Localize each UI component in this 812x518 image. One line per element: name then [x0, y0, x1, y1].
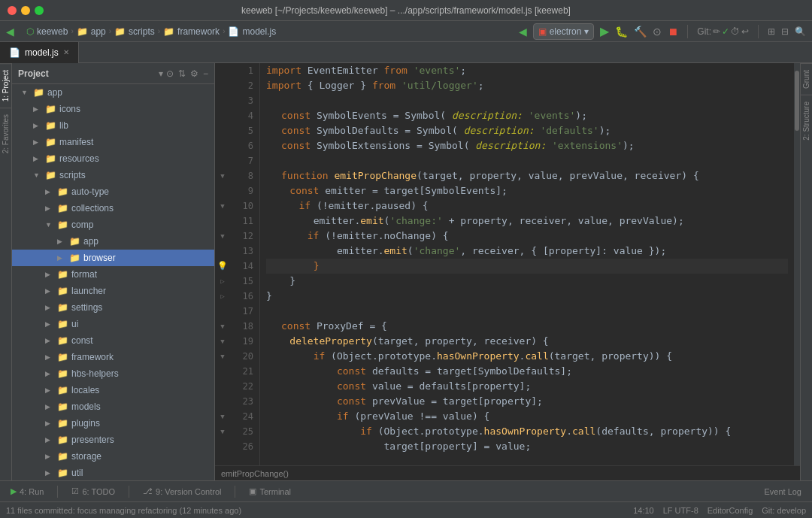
tree-ui[interactable]: ▶ 📁 ui [12, 316, 214, 332]
folder-icon: 📁 [77, 26, 88, 37]
light-bulb-icon[interactable]: 💡 [217, 259, 228, 274]
code-line-11: emitter. emit ( 'change:' + property, re… [266, 214, 788, 229]
project-tab[interactable]: 1: Project [0, 63, 11, 108]
light-bulb-gutter[interactable]: 💡 [215, 259, 230, 274]
minimize-button[interactable] [21, 6, 30, 15]
scrollbar-thumb[interactable] [795, 71, 799, 131]
breadcrumb-app[interactable]: 📁 app [77, 26, 106, 37]
vc-toolbar-item[interactable]: ⎇ 9: Version Control [138, 485, 226, 498]
debug-button[interactable]: 🐛 [615, 26, 628, 38]
git-pen-button[interactable]: ✏ [713, 26, 720, 37]
tree-const[interactable]: ▶ 📁 const [12, 332, 214, 349]
line-num-17: 17 [230, 304, 253, 319]
fold-19-icon[interactable]: ▼ [220, 334, 224, 349]
event-log-toolbar-item[interactable]: Event Log [759, 486, 806, 498]
tree-storage[interactable]: ▶ 📁 storage [12, 448, 214, 465]
fold-15-icon[interactable]: ▷ [220, 274, 224, 289]
run-toolbar-item[interactable]: ▶ 4: Run [6, 485, 48, 498]
line-num-6: 6 [230, 138, 253, 153]
tree-app[interactable]: ▼ 📁 app [12, 84, 214, 101]
fold-16-icon[interactable]: ▷ [220, 289, 224, 304]
tree-settings[interactable]: ▶ 📁 settings [12, 299, 214, 316]
tree-manifest[interactable]: ▶ 📁 manifest [12, 134, 214, 150]
tree-icons[interactable]: ▶ 📁 icons [12, 101, 214, 117]
tree-collections[interactable]: ▶ 📁 collections [12, 200, 214, 217]
tree-comp-browser[interactable]: ▶ 📁 browser [12, 250, 214, 266]
favorites-tab[interactable]: 2: Favorites [0, 108, 11, 159]
git-history-button[interactable]: ⏱ [731, 26, 740, 37]
tree-framework[interactable]: ▶ 📁 framework [12, 349, 214, 365]
tab-close-button[interactable]: ✕ [63, 48, 69, 56]
git-undo-button[interactable]: ↩ [741, 26, 749, 37]
file-icon: 📄 [228, 26, 239, 37]
code-lines[interactable]: import EventEmitter from 'events' ; impo… [260, 63, 794, 465]
fold-18-icon[interactable]: ▼ [220, 319, 224, 334]
terminal-toolbar-item[interactable]: ▣ Terminal [244, 485, 295, 498]
tree-resources[interactable]: ▶ 📁 resources [12, 150, 214, 167]
back-nav-icon[interactable]: ◀ [519, 26, 527, 38]
fold-25-icon[interactable]: ▼ [220, 424, 224, 439]
run-button[interactable]: ▶ [600, 24, 609, 38]
gutter-1 [215, 63, 230, 78]
scrollbar-track[interactable] [794, 63, 800, 465]
breadcrumb-scripts[interactable]: 📁 scripts [114, 26, 155, 37]
structure-tab[interactable]: 2: Structure [801, 95, 812, 147]
fold-8-icon[interactable]: ▼ [220, 168, 224, 183]
line-num-16: 16 [230, 289, 253, 304]
fold-10-icon[interactable]: ▼ [220, 198, 224, 214]
tree-label: launcher [71, 286, 106, 296]
project-view-button[interactable]: ⊞ [768, 26, 775, 37]
tab-modeljs[interactable]: 📄 model.js ✕ [0, 42, 79, 63]
stop-button[interactable]: ⏹ [668, 26, 678, 38]
tree-label: storage [71, 451, 102, 462]
fold-20-icon[interactable]: ▼ [220, 349, 224, 364]
breadcrumb-modeljs[interactable]: 📄 model.js [228, 26, 276, 37]
back-icon[interactable]: ◀ [6, 26, 14, 38]
tree-lib[interactable]: ▶ 📁 lib [12, 117, 214, 134]
tree-presenters[interactable]: ▶ 📁 presenters [12, 432, 214, 448]
todo-toolbar-item[interactable]: ☑ 6: TODO [67, 485, 120, 498]
tree-label: locales [71, 385, 99, 395]
tree-auto-type[interactable]: ▶ 📁 auto-type [12, 183, 214, 200]
arrow-icon: ▼ [21, 89, 30, 96]
sidebar-sort-icon[interactable]: ⇅ [178, 68, 186, 79]
sidebar-settings-icon[interactable]: ⚙ [190, 68, 198, 79]
tree-launcher[interactable]: ▶ 📁 launcher [12, 283, 214, 299]
folder-icon: 📁 [57, 335, 68, 346]
sidebar-header: Project ▾ ⊙ ⇅ ⚙ − [12, 63, 214, 84]
tab-bar: 📄 model.js ✕ [0, 42, 812, 63]
maximize-button[interactable] [35, 6, 44, 15]
tree-scripts[interactable]: ▼ 📁 scripts [12, 167, 214, 183]
sidebar-collapse-icon[interactable]: − [203, 68, 208, 79]
tree-plugins[interactable]: ▶ 📁 plugins [12, 415, 214, 432]
window-button[interactable]: ⊟ [781, 26, 789, 37]
build-button[interactable]: 🔨 [634, 26, 647, 38]
tree-locales[interactable]: ▶ 📁 locales [12, 382, 214, 398]
line-numbers: 1 2 3 4 5 6 7 8 9 10 11 12 13 14 15 16 1… [230, 63, 260, 465]
tree-models[interactable]: ▶ 📁 models [12, 398, 214, 415]
folder-icon: 📁 [57, 385, 68, 395]
bottom-toolbar: ▶ 4: Run ☑ 6: TODO ⎇ 9: Version Control … [0, 480, 812, 501]
tree-comp-app[interactable]: ▶ 📁 app [12, 233, 214, 250]
tree-util[interactable]: ▶ 📁 util [12, 465, 214, 480]
run-configuration[interactable]: ▣ electron ▾ [533, 23, 595, 40]
search-button[interactable]: 🔍 [795, 26, 806, 37]
folder-icon: 📁 [57, 286, 68, 296]
grunt-tab[interactable]: Grunt [801, 63, 812, 95]
fold-12-icon[interactable]: ▼ [220, 229, 224, 244]
git-check-button[interactable]: ✓ [722, 26, 729, 37]
breadcrumb-keeweb[interactable]: ⬡ keeweb [26, 26, 68, 37]
breadcrumb-framework[interactable]: 📁 framework [163, 26, 220, 37]
gutter-22 [215, 379, 230, 394]
arrow-icon: ▶ [45, 320, 54, 328]
sidebar-scope-icon[interactable]: ⊙ [166, 68, 174, 79]
close-button[interactable] [8, 6, 17, 15]
tree-format[interactable]: ▶ 📁 format [12, 266, 214, 283]
tree-hbs-helpers[interactable]: ▶ 📁 hbs-helpers [12, 365, 214, 382]
fold-24-icon[interactable]: ▼ [220, 409, 224, 424]
code-line-21: const defaults = target[SymbolDefaults]; [266, 364, 788, 379]
coverage-button[interactable]: ⊙ [653, 26, 662, 38]
tree-comp[interactable]: ▼ 📁 comp [12, 217, 214, 233]
arrow-icon: ▶ [33, 122, 42, 129]
arrow-icon: ▶ [45, 337, 54, 344]
